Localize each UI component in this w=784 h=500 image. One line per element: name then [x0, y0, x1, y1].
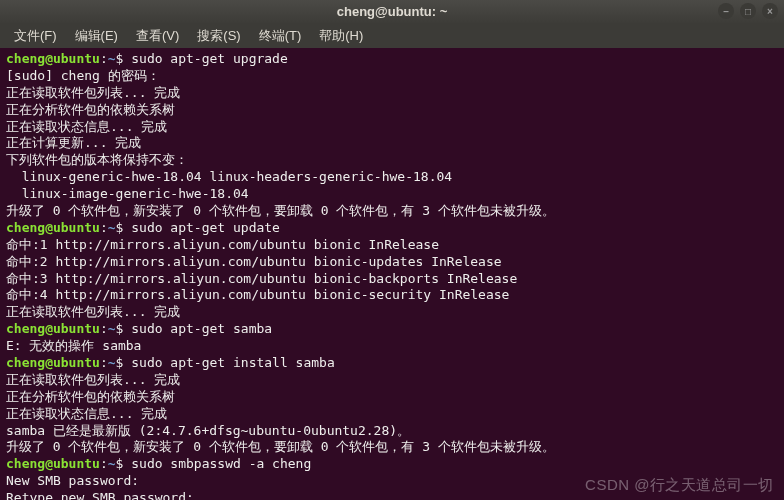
menu-view[interactable]: 查看(V)	[128, 26, 187, 47]
window-titlebar: cheng@ubuntu: ~ – □ ×	[0, 0, 784, 24]
menu-file[interactable]: 文件(F)	[6, 26, 65, 47]
menu-search[interactable]: 搜索(S)	[189, 26, 248, 47]
window-controls: – □ ×	[718, 3, 778, 19]
terminal-output-line: 命中:3 http://mirrors.aliyun.com/ubuntu bi…	[6, 271, 778, 288]
prompt-path: ~	[108, 321, 116, 336]
terminal-output-line: 正在读取软件包列表... 完成	[6, 372, 778, 389]
terminal-output-line: 下列软件包的版本将保持不变：	[6, 152, 778, 169]
command-text: sudo apt-get upgrade	[131, 51, 288, 66]
terminal-output-line: 正在读取状态信息... 完成	[6, 406, 778, 423]
terminal-output-line: 升级了 0 个软件包，新安装了 0 个软件包，要卸载 0 个软件包，有 3 个软…	[6, 203, 778, 220]
terminal-output-line: linux-generic-hwe-18.04 linux-headers-ge…	[6, 169, 778, 186]
prompt-path: ~	[108, 51, 116, 66]
prompt-user-host: cheng@ubuntu	[6, 220, 100, 235]
prompt-path: ~	[108, 355, 116, 370]
terminal-output-line: 正在读取状态信息... 完成	[6, 119, 778, 136]
terminal-output-line: 正在读取软件包列表... 完成	[6, 85, 778, 102]
command-text: sudo apt-get samba	[131, 321, 272, 336]
terminal-output-line: 正在分析软件包的依赖关系树	[6, 389, 778, 406]
command-text: sudo smbpasswd -a cheng	[131, 456, 311, 471]
terminal-output[interactable]: cheng@ubuntu:~$ sudo apt-get upgrade[sud…	[0, 48, 784, 500]
maximize-icon[interactable]: □	[740, 3, 756, 19]
prompt-user-host: cheng@ubuntu	[6, 355, 100, 370]
minimize-icon[interactable]: –	[718, 3, 734, 19]
terminal-output-line: 命中:1 http://mirrors.aliyun.com/ubuntu bi…	[6, 237, 778, 254]
menu-edit[interactable]: 编辑(E)	[67, 26, 126, 47]
terminal-output-line: 正在分析软件包的依赖关系树	[6, 102, 778, 119]
terminal-command-line: cheng@ubuntu:~$ sudo apt-get install sam…	[6, 355, 778, 372]
close-icon[interactable]: ×	[762, 3, 778, 19]
terminal-output-line: E: 无效的操作 samba	[6, 338, 778, 355]
terminal-command-line: cheng@ubuntu:~$ sudo smbpasswd -a cheng	[6, 456, 778, 473]
terminal-output-line: linux-image-generic-hwe-18.04	[6, 186, 778, 203]
menu-terminal[interactable]: 终端(T)	[251, 26, 310, 47]
terminal-output-line: samba 已经是最新版 (2:4.7.6+dfsg~ubuntu-0ubunt…	[6, 423, 778, 440]
terminal-command-line: cheng@ubuntu:~$ sudo apt-get update	[6, 220, 778, 237]
command-text: sudo apt-get install samba	[131, 355, 335, 370]
terminal-command-line: cheng@ubuntu:~$ sudo apt-get samba	[6, 321, 778, 338]
prompt-path: ~	[108, 220, 116, 235]
terminal-output-line: [sudo] cheng 的密码：	[6, 68, 778, 85]
command-text: sudo apt-get update	[131, 220, 280, 235]
terminal-command-line: cheng@ubuntu:~$ sudo apt-get upgrade	[6, 51, 778, 68]
menu-help[interactable]: 帮助(H)	[311, 26, 371, 47]
watermark: CSDN @行之天道总司一切	[585, 475, 774, 495]
prompt-user-host: cheng@ubuntu	[6, 456, 100, 471]
terminal-output-line: 命中:4 http://mirrors.aliyun.com/ubuntu bi…	[6, 287, 778, 304]
terminal-output-line: 正在读取软件包列表... 完成	[6, 304, 778, 321]
prompt-path: ~	[108, 456, 116, 471]
menubar: 文件(F) 编辑(E) 查看(V) 搜索(S) 终端(T) 帮助(H)	[0, 24, 784, 48]
terminal-output-line: 正在计算更新... 完成	[6, 135, 778, 152]
prompt-user-host: cheng@ubuntu	[6, 51, 100, 66]
terminal-output-line: 命中:2 http://mirrors.aliyun.com/ubuntu bi…	[6, 254, 778, 271]
prompt-user-host: cheng@ubuntu	[6, 321, 100, 336]
terminal-output-line: 升级了 0 个软件包，新安装了 0 个软件包，要卸载 0 个软件包，有 3 个软…	[6, 439, 778, 456]
window-title: cheng@ubuntu: ~	[337, 4, 448, 21]
